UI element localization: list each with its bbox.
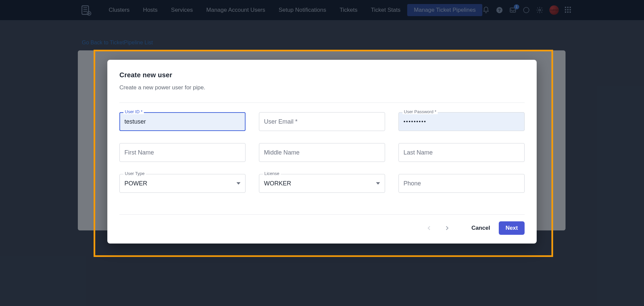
middle-name-placeholder: Middle Name bbox=[264, 149, 300, 156]
dialog-subtitle: Create a new power user for pipe. bbox=[119, 84, 525, 91]
user-type-select[interactable]: User Type POWER bbox=[119, 174, 246, 193]
dialog-title: Create new user bbox=[119, 71, 525, 79]
user-password-label: User Password * bbox=[402, 109, 438, 114]
middle-name-field[interactable]: Middle Name bbox=[259, 143, 385, 162]
user-email-field[interactable]: User Email * bbox=[259, 112, 385, 131]
create-user-dialog: Create new user Create a new power user … bbox=[107, 60, 537, 244]
cancel-button[interactable]: Cancel bbox=[471, 225, 490, 231]
last-name-field[interactable]: Last Name bbox=[398, 143, 525, 162]
user-type-label: User Type bbox=[123, 171, 146, 176]
phone-placeholder: Phone bbox=[404, 180, 421, 187]
divider bbox=[119, 214, 525, 215]
dialog-footer: Cancel Next bbox=[119, 221, 525, 235]
last-name-placeholder: Last Name bbox=[404, 149, 433, 156]
first-name-field[interactable]: First Name bbox=[119, 143, 246, 162]
chevron-down-icon bbox=[376, 180, 380, 187]
divider bbox=[119, 102, 525, 103]
license-select[interactable]: License WORKER bbox=[259, 174, 385, 193]
first-name-placeholder: First Name bbox=[124, 149, 154, 156]
license-value: WORKER bbox=[264, 180, 291, 187]
user-id-field[interactable]: User ID * testuser bbox=[119, 112, 246, 131]
license-label: License bbox=[263, 171, 281, 176]
user-type-value: POWER bbox=[124, 180, 147, 187]
user-id-value: testuser bbox=[124, 118, 146, 125]
prev-step-button[interactable] bbox=[424, 223, 434, 233]
user-password-field[interactable]: User Password * ••••••••• bbox=[398, 112, 525, 131]
user-id-label: User ID * bbox=[123, 109, 144, 114]
next-button[interactable]: Next bbox=[499, 221, 525, 235]
user-password-value: ••••••••• bbox=[404, 119, 426, 125]
user-email-placeholder: User Email * bbox=[264, 118, 298, 125]
chevron-down-icon bbox=[236, 180, 240, 187]
form-grid: User ID * testuser User Email * User Pas… bbox=[119, 112, 525, 193]
next-step-button[interactable] bbox=[442, 223, 452, 233]
phone-field[interactable]: Phone bbox=[398, 174, 525, 193]
